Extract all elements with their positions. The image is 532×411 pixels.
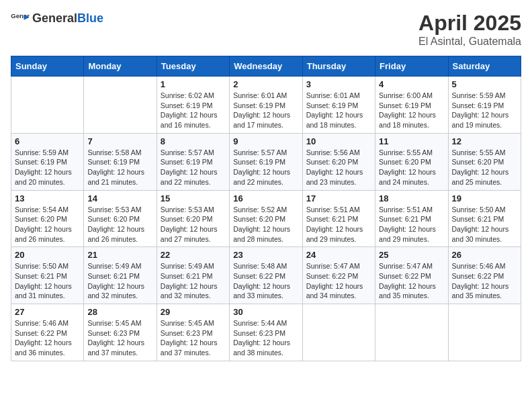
day-number: 12 [452,136,517,146]
calendar-cell [302,304,375,361]
calendar-cell: 20Sunrise: 5:50 AM Sunset: 6:21 PM Dayli… [11,247,84,304]
day-number: 3 [306,79,371,89]
calendar-cell [375,304,448,361]
day-number: 30 [233,307,298,317]
day-info: Sunrise: 5:44 AM Sunset: 6:23 PM Dayligh… [233,318,298,358]
calendar-cell: 10Sunrise: 5:56 AM Sunset: 6:20 PM Dayli… [302,133,375,190]
day-info: Sunrise: 5:48 AM Sunset: 6:22 PM Dayligh… [233,261,298,301]
day-info: Sunrise: 5:56 AM Sunset: 6:20 PM Dayligh… [306,148,371,187]
calendar-cell: 24Sunrise: 5:47 AM Sunset: 6:22 PM Dayli… [302,247,375,304]
day-number: 21 [87,250,152,260]
day-info: Sunrise: 5:54 AM Sunset: 6:20 PM Dayligh… [15,205,80,244]
week-row-0: 1Sunrise: 6:02 AM Sunset: 6:19 PM Daylig… [11,77,521,134]
calendar-header-row: SundayMondayTuesdayWednesdayThursdayFrid… [11,56,521,77]
calendar-cell: 27Sunrise: 5:46 AM Sunset: 6:22 PM Dayli… [11,304,84,361]
week-row-1: 6Sunrise: 5:59 AM Sunset: 6:19 PM Daylig… [11,133,521,190]
day-info: Sunrise: 5:58 AM Sunset: 6:19 PM Dayligh… [87,148,152,187]
calendar-cell: 23Sunrise: 5:48 AM Sunset: 6:22 PM Dayli… [230,247,302,304]
day-info: Sunrise: 5:52 AM Sunset: 6:20 PM Dayligh… [233,205,298,244]
day-number: 16 [233,193,298,203]
calendar-cell: 25Sunrise: 5:47 AM Sunset: 6:22 PM Dayli… [375,247,448,304]
calendar-cell: 8Sunrise: 5:57 AM Sunset: 6:19 PM Daylig… [157,133,229,190]
day-number: 4 [379,79,444,89]
day-info: Sunrise: 5:45 AM Sunset: 6:23 PM Dayligh… [161,318,226,358]
location-title: El Asintal, Guatemala [418,36,521,48]
day-number: 2 [233,79,298,89]
month-title: April 2025 [418,11,521,36]
day-info: Sunrise: 6:02 AM Sunset: 6:19 PM Dayligh… [161,91,226,130]
day-info: Sunrise: 5:47 AM Sunset: 6:22 PM Dayligh… [306,261,371,301]
title-area: April 2025 El Asintal, Guatemala [418,11,521,48]
day-info: Sunrise: 5:51 AM Sunset: 6:21 PM Dayligh… [306,205,371,244]
calendar-table: SundayMondayTuesdayWednesdayThursdayFrid… [11,56,521,361]
calendar-cell: 1Sunrise: 6:02 AM Sunset: 6:19 PM Daylig… [157,77,229,134]
day-number: 26 [452,250,517,260]
day-info: Sunrise: 5:50 AM Sunset: 6:21 PM Dayligh… [15,261,80,301]
day-info: Sunrise: 5:57 AM Sunset: 6:19 PM Dayligh… [233,148,298,187]
calendar-cell: 29Sunrise: 5:45 AM Sunset: 6:23 PM Dayli… [157,304,229,361]
day-number: 29 [161,307,226,317]
header-wednesday: Wednesday [230,56,302,77]
day-number: 9 [233,136,298,146]
calendar-cell: 30Sunrise: 5:44 AM Sunset: 6:23 PM Dayli… [230,304,302,361]
day-info: Sunrise: 5:47 AM Sunset: 6:22 PM Dayligh… [379,261,444,301]
logo-blue: Blue [77,11,103,25]
calendar-cell: 18Sunrise: 5:51 AM Sunset: 6:21 PM Dayli… [375,190,448,247]
calendar-cell: 15Sunrise: 5:53 AM Sunset: 6:20 PM Dayli… [157,190,229,247]
logo-icon: General [11,11,30,26]
calendar-cell: 13Sunrise: 5:54 AM Sunset: 6:20 PM Dayli… [11,190,84,247]
day-number: 14 [87,193,152,203]
week-row-3: 20Sunrise: 5:50 AM Sunset: 6:21 PM Dayli… [11,247,521,304]
day-number: 28 [87,307,152,317]
header-sunday: Sunday [11,56,84,77]
day-number: 7 [87,136,152,146]
day-number: 18 [379,193,444,203]
day-info: Sunrise: 5:49 AM Sunset: 6:21 PM Dayligh… [161,261,226,301]
calendar-cell: 7Sunrise: 5:58 AM Sunset: 6:19 PM Daylig… [84,133,157,190]
calendar-cell [11,77,84,134]
day-info: Sunrise: 5:53 AM Sunset: 6:20 PM Dayligh… [87,205,152,244]
calendar-cell [84,77,157,134]
logo-general: General [32,11,77,25]
calendar-cell [448,304,521,361]
day-info: Sunrise: 5:55 AM Sunset: 6:20 PM Dayligh… [452,148,517,187]
calendar-cell: 11Sunrise: 5:55 AM Sunset: 6:20 PM Dayli… [375,133,448,190]
day-number: 23 [233,250,298,260]
day-number: 10 [306,136,371,146]
day-number: 8 [161,136,226,146]
week-row-2: 13Sunrise: 5:54 AM Sunset: 6:20 PM Dayli… [11,190,521,247]
day-info: Sunrise: 5:59 AM Sunset: 6:19 PM Dayligh… [452,91,517,130]
day-info: Sunrise: 5:57 AM Sunset: 6:19 PM Dayligh… [161,148,226,187]
calendar-cell: 26Sunrise: 5:46 AM Sunset: 6:22 PM Dayli… [448,247,521,304]
day-info: Sunrise: 5:50 AM Sunset: 6:21 PM Dayligh… [452,205,517,244]
calendar-cell: 16Sunrise: 5:52 AM Sunset: 6:20 PM Dayli… [230,190,302,247]
calendar-cell: 17Sunrise: 5:51 AM Sunset: 6:21 PM Dayli… [302,190,375,247]
calendar-cell: 5Sunrise: 5:59 AM Sunset: 6:19 PM Daylig… [448,77,521,134]
calendar-cell: 28Sunrise: 5:45 AM Sunset: 6:23 PM Dayli… [84,304,157,361]
day-info: Sunrise: 5:53 AM Sunset: 6:20 PM Dayligh… [161,205,226,244]
day-info: Sunrise: 6:01 AM Sunset: 6:19 PM Dayligh… [306,91,371,130]
day-number: 22 [161,250,226,260]
day-info: Sunrise: 5:55 AM Sunset: 6:20 PM Dayligh… [379,148,444,187]
calendar-cell: 3Sunrise: 6:01 AM Sunset: 6:19 PM Daylig… [302,77,375,134]
day-info: Sunrise: 6:00 AM Sunset: 6:19 PM Dayligh… [379,91,444,130]
day-number: 6 [15,136,80,146]
day-number: 24 [306,250,371,260]
day-number: 17 [306,193,371,203]
week-row-4: 27Sunrise: 5:46 AM Sunset: 6:22 PM Dayli… [11,304,521,361]
calendar-cell: 22Sunrise: 5:49 AM Sunset: 6:21 PM Dayli… [157,247,229,304]
calendar-cell: 14Sunrise: 5:53 AM Sunset: 6:20 PM Dayli… [84,190,157,247]
calendar-cell: 4Sunrise: 6:00 AM Sunset: 6:19 PM Daylig… [375,77,448,134]
day-info: Sunrise: 5:59 AM Sunset: 6:19 PM Dayligh… [15,148,80,187]
calendar-cell: 9Sunrise: 5:57 AM Sunset: 6:19 PM Daylig… [230,133,302,190]
day-number: 11 [379,136,444,146]
logo: General GeneralBlue [11,11,103,26]
calendar-cell: 19Sunrise: 5:50 AM Sunset: 6:21 PM Dayli… [448,190,521,247]
header-thursday: Thursday [302,56,375,77]
calendar-cell: 2Sunrise: 6:01 AM Sunset: 6:19 PM Daylig… [230,77,302,134]
header: General GeneralBlue April 2025 El Asinta… [11,11,521,48]
calendar-cell: 6Sunrise: 5:59 AM Sunset: 6:19 PM Daylig… [11,133,84,190]
day-number: 19 [452,193,517,203]
header-tuesday: Tuesday [157,56,229,77]
header-monday: Monday [84,56,157,77]
